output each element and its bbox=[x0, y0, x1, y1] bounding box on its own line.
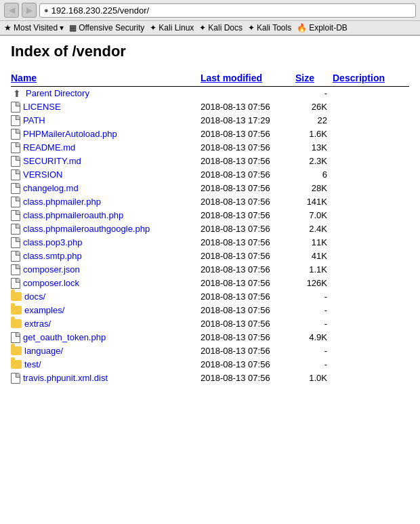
forward-button[interactable]: ▶ bbox=[22, 3, 37, 18]
sort-by-size-link[interactable]: Size bbox=[295, 73, 314, 83]
bookmark-label: Offensive Security bbox=[79, 23, 144, 33]
file-name-cell: class.phpmaileroauthgoogle.php bbox=[11, 222, 201, 236]
file-name-cell: class.phpmaileroauth.php bbox=[11, 209, 201, 222]
file-icon bbox=[11, 264, 20, 275]
file-size: 2.3K bbox=[295, 155, 333, 168]
file-modified: 2018-08-13 07:56 bbox=[201, 331, 295, 344]
file-size: - bbox=[295, 317, 333, 331]
file-link[interactable]: composer.lock bbox=[23, 278, 79, 288]
table-row: SECURITY.md2018-08-13 07:562.3K bbox=[11, 155, 409, 168]
file-name-cell: SECURITY.md bbox=[11, 155, 201, 168]
bookmark-offensive-security[interactable]: ▦ Offensive Security bbox=[69, 23, 144, 33]
sort-by-modified-link[interactable]: Last modified bbox=[201, 73, 262, 83]
file-link[interactable]: get_oauth_token.php bbox=[23, 332, 106, 342]
file-icon bbox=[11, 156, 20, 167]
file-name-cell: composer.lock bbox=[11, 277, 201, 290]
file-link[interactable]: class.pop3.php bbox=[23, 237, 82, 247]
file-description bbox=[333, 155, 409, 168]
file-size: 7.0K bbox=[295, 209, 333, 222]
file-modified: 2018-08-13 07:56 bbox=[201, 304, 295, 317]
file-description bbox=[333, 182, 409, 195]
sort-by-desc-link[interactable]: Description bbox=[333, 73, 385, 83]
file-size: 141K bbox=[295, 195, 333, 209]
folder-icon bbox=[11, 306, 22, 315]
file-modified: 2018-08-13 07:56 bbox=[201, 155, 295, 168]
file-link[interactable]: PHPMailerAutoload.php bbox=[23, 129, 117, 139]
file-link[interactable]: composer.json bbox=[23, 264, 80, 275]
file-link[interactable]: examples/ bbox=[24, 305, 64, 315]
table-row: docs/2018-08-13 07:56- bbox=[11, 290, 409, 304]
sort-by-name-link[interactable]: Name bbox=[11, 73, 37, 83]
parent-dir-icon: ⬆ bbox=[11, 88, 23, 99]
file-size: 22 bbox=[295, 114, 333, 127]
file-description bbox=[333, 358, 409, 371]
file-size: 28K bbox=[295, 182, 333, 195]
file-icon bbox=[11, 251, 20, 262]
file-link[interactable]: class.phpmailer.php bbox=[23, 197, 101, 207]
file-name-cell: extras/ bbox=[11, 317, 201, 331]
table-row: class.phpmailer.php2018-08-13 07:56141K bbox=[11, 195, 409, 209]
bookmark-kali-linux[interactable]: ✦ Kali Linux bbox=[150, 23, 194, 33]
file-link[interactable]: changelog.md bbox=[23, 183, 79, 193]
file-link[interactable]: docs/ bbox=[24, 291, 45, 302]
file-description bbox=[333, 277, 409, 290]
table-row: VERSION2018-08-13 07:566 bbox=[11, 168, 409, 182]
file-name-cell: language/ bbox=[11, 344, 201, 358]
file-link[interactable]: class.phpmaileroauth.php bbox=[23, 210, 123, 220]
file-link[interactable]: class.smtp.php bbox=[23, 251, 82, 261]
table-row: PHPMailerAutoload.php2018-08-13 07:561.6… bbox=[11, 127, 409, 141]
star-icon: ★ bbox=[4, 23, 12, 33]
file-modified: 2018-08-13 07:56 bbox=[201, 249, 295, 263]
table-row: class.phpmaileroauthgoogle.php2018-08-13… bbox=[11, 222, 409, 236]
bookmark-exploit-db[interactable]: 🔥 Exploit-DB bbox=[297, 23, 348, 33]
file-icon bbox=[11, 169, 20, 180]
browser-chrome: ◀ ▶ ● 192.168.230.225/vendor/ ★ Most Vis… bbox=[0, 0, 420, 36]
table-row: README.md2018-08-13 07:5613K bbox=[11, 141, 409, 155]
file-link[interactable]: LICENSE bbox=[23, 102, 61, 112]
file-modified: 2018-08-13 07:56 bbox=[201, 209, 295, 222]
file-name-cell: LICENSE bbox=[11, 100, 201, 114]
file-size: 26K bbox=[295, 100, 333, 114]
file-icon bbox=[11, 183, 20, 194]
file-name-cell: travis.phpunit.xml.dist bbox=[11, 371, 201, 385]
table-row: test/2018-08-13 07:56- bbox=[11, 358, 409, 371]
file-link[interactable]: SECURITY.md bbox=[23, 156, 81, 166]
bookmark-most-visited[interactable]: ★ Most Visited ▾ bbox=[4, 23, 64, 33]
folder-icon bbox=[11, 292, 22, 301]
file-modified: 2018-08-13 07:56 bbox=[201, 100, 295, 114]
back-button[interactable]: ◀ bbox=[4, 3, 19, 18]
file-name-cell: test/ bbox=[11, 358, 201, 371]
file-link[interactable]: test/ bbox=[24, 359, 41, 369]
file-link[interactable]: Parent Directory bbox=[26, 88, 89, 98]
file-size: - bbox=[295, 304, 333, 317]
file-size: - bbox=[295, 87, 333, 100]
file-icon bbox=[11, 142, 20, 153]
file-icon bbox=[11, 102, 20, 113]
file-description bbox=[333, 263, 409, 277]
file-modified: 2018-08-13 07:56 bbox=[201, 168, 295, 182]
table-row: examples/2018-08-13 07:56- bbox=[11, 304, 409, 317]
file-link[interactable]: extras/ bbox=[24, 319, 51, 329]
file-size: 41K bbox=[295, 249, 333, 263]
file-modified: 2018-08-13 07:56 bbox=[201, 182, 295, 195]
file-name-cell: ⬆Parent Directory bbox=[11, 87, 201, 100]
file-size: - bbox=[295, 344, 333, 358]
file-link[interactable]: PATH bbox=[23, 115, 45, 125]
file-description bbox=[333, 331, 409, 344]
file-size: 13K bbox=[295, 141, 333, 155]
file-name-cell: get_oauth_token.php bbox=[11, 331, 201, 344]
page-title: Index of /vendor bbox=[11, 43, 409, 60]
address-bar[interactable]: ● 192.168.230.225/vendor/ bbox=[39, 3, 416, 18]
file-link[interactable]: VERSION bbox=[23, 169, 63, 180]
bookmark-kali-tools[interactable]: ✦ Kali Tools bbox=[248, 23, 291, 33]
file-name-cell: class.pop3.php bbox=[11, 236, 201, 249]
bookmark-kali-docs[interactable]: ✦ Kali Docs bbox=[199, 23, 243, 33]
file-size: 1.1K bbox=[295, 263, 333, 277]
file-size: 126K bbox=[295, 277, 333, 290]
file-link[interactable]: language/ bbox=[24, 346, 63, 356]
col-header-modified: Last modified bbox=[201, 71, 295, 87]
file-link[interactable]: class.phpmaileroauthgoogle.php bbox=[23, 224, 150, 234]
file-link[interactable]: README.md bbox=[23, 142, 75, 153]
file-link[interactable]: travis.phpunit.xml.dist bbox=[23, 373, 108, 383]
col-header-name: Name bbox=[11, 71, 201, 87]
